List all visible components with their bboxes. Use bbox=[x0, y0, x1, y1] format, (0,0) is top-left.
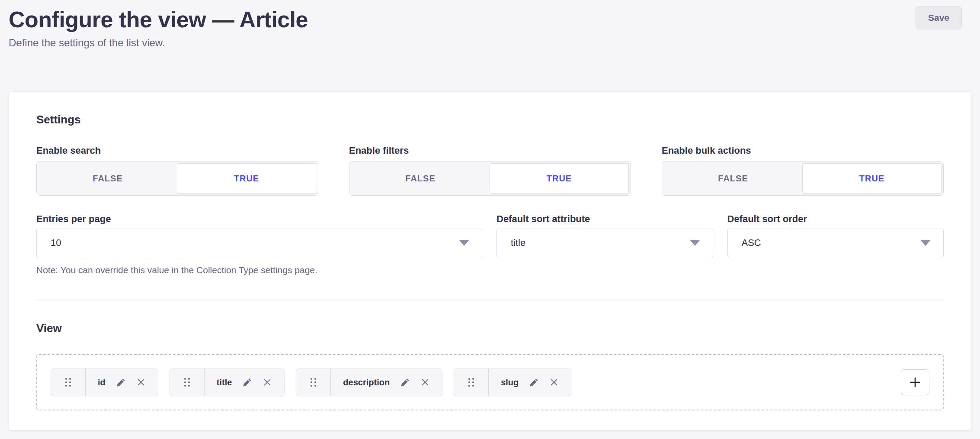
drag-handle-icon bbox=[183, 377, 191, 387]
default-sort-order-value: ASC bbox=[742, 237, 761, 249]
view-section-heading: View bbox=[36, 321, 944, 335]
entries-per-page-label: Entries per page bbox=[36, 213, 482, 225]
chevron-down-icon bbox=[921, 240, 930, 246]
enable-bulk-actions-false-option[interactable]: FALSE bbox=[664, 163, 802, 194]
remove-x-icon[interactable] bbox=[136, 378, 146, 387]
remove-x-icon[interactable] bbox=[263, 378, 272, 387]
field-chip-label: id bbox=[98, 378, 106, 387]
field-chip-title[interactable]: title bbox=[170, 368, 285, 396]
enable-search-label: Enable search bbox=[36, 145, 318, 157]
page-title: Configure the view — Article bbox=[9, 7, 962, 32]
selects-row: Entries per page 10 Note: You can overri… bbox=[36, 213, 944, 276]
default-sort-attribute-select[interactable]: title bbox=[496, 229, 713, 257]
toggles-row: Enable search FALSE TRUE Enable filters … bbox=[36, 145, 944, 196]
settings-card: Settings Enable search FALSE TRUE Enable… bbox=[9, 92, 971, 430]
view-fields-dropzone: id bbox=[36, 354, 944, 410]
field-chip-label: title bbox=[217, 378, 232, 387]
enable-search-true-option[interactable]: TRUE bbox=[177, 163, 316, 194]
drag-handle-icon bbox=[468, 377, 475, 387]
enable-filters-toggle: FALSE TRUE bbox=[349, 161, 631, 196]
remove-x-icon[interactable] bbox=[420, 378, 430, 387]
entries-per-page-note: Note: You can override this value in the… bbox=[36, 264, 482, 276]
enable-search-false-option[interactable]: FALSE bbox=[38, 163, 177, 194]
field-chip-description[interactable]: description bbox=[296, 368, 442, 396]
default-sort-attribute-value: title bbox=[511, 237, 525, 249]
enable-bulk-actions-field: Enable bulk actions FALSE TRUE bbox=[662, 145, 944, 196]
enable-bulk-actions-toggle: FALSE TRUE bbox=[662, 161, 944, 196]
default-sort-order-label: Default sort order bbox=[727, 213, 944, 225]
enable-bulk-actions-true-option[interactable]: TRUE bbox=[802, 163, 942, 194]
entries-per-page-field: Entries per page 10 Note: You can overri… bbox=[36, 213, 482, 276]
drag-handle[interactable] bbox=[454, 369, 489, 396]
plus-icon bbox=[909, 376, 922, 389]
settings-section-heading: Settings bbox=[36, 113, 944, 126]
page-subtitle: Define the settings of the list view. bbox=[9, 36, 962, 49]
entries-per-page-value: 10 bbox=[51, 237, 61, 249]
enable-search-toggle: FALSE TRUE bbox=[36, 161, 318, 196]
field-chip-label: slug bbox=[501, 378, 519, 387]
field-chip-slug[interactable]: slug bbox=[454, 368, 571, 396]
edit-pencil-icon[interactable] bbox=[400, 378, 410, 387]
default-sort-attribute-field: Default sort attribute title bbox=[496, 213, 713, 257]
edit-pencil-icon[interactable] bbox=[529, 378, 539, 387]
drag-handle[interactable] bbox=[51, 369, 86, 396]
page-header: Configure the view — Article Define the … bbox=[0, 0, 980, 49]
drag-handle[interactable] bbox=[170, 369, 205, 396]
default-sort-order-select[interactable]: ASC bbox=[727, 229, 944, 257]
drag-handle[interactable] bbox=[296, 369, 331, 396]
enable-filters-label: Enable filters bbox=[349, 145, 631, 157]
add-field-button[interactable] bbox=[901, 369, 929, 395]
default-sort-attribute-label: Default sort attribute bbox=[496, 213, 713, 225]
edit-pencil-icon[interactable] bbox=[116, 378, 126, 387]
field-chip-label: description bbox=[343, 378, 390, 387]
configure-view-page: Configure the view — Article Define the … bbox=[0, 0, 980, 439]
enable-filters-true-option[interactable]: TRUE bbox=[490, 163, 629, 194]
section-divider bbox=[36, 300, 944, 300]
drag-handle-icon bbox=[310, 377, 317, 387]
enable-filters-field: Enable filters FALSE TRUE bbox=[349, 145, 631, 196]
chevron-down-icon bbox=[690, 240, 700, 246]
chevron-down-icon bbox=[459, 240, 469, 246]
drag-handle-icon bbox=[64, 377, 72, 387]
field-chip-id[interactable]: id bbox=[51, 368, 158, 396]
entries-per-page-select[interactable]: 10 bbox=[36, 229, 482, 257]
default-sort-order-field: Default sort order ASC bbox=[727, 213, 944, 257]
remove-x-icon[interactable] bbox=[549, 378, 559, 387]
enable-bulk-actions-label: Enable bulk actions bbox=[662, 145, 944, 157]
save-button[interactable]: Save bbox=[916, 6, 962, 29]
edit-pencil-icon[interactable] bbox=[242, 378, 252, 387]
enable-filters-false-option[interactable]: FALSE bbox=[351, 163, 490, 194]
enable-search-field: Enable search FALSE TRUE bbox=[36, 145, 318, 196]
